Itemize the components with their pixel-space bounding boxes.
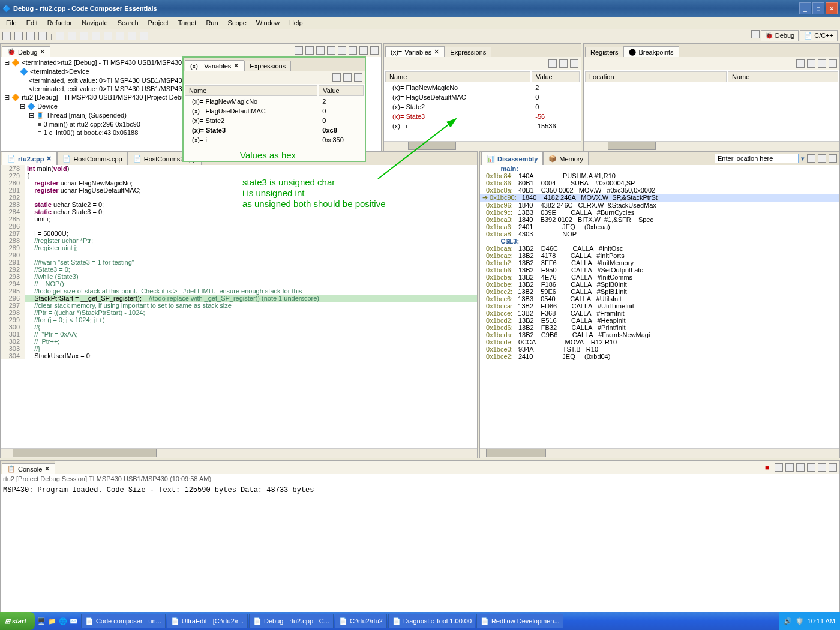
var-row[interactable]: (x)= FlagNewMagicNo2	[185, 97, 364, 106]
taskbar-item[interactable]: 📄Diagnostic Tool 1.00.00	[388, 614, 475, 628]
home-icon[interactable]	[818, 154, 826, 163]
var-row[interactable]: (x)= FlagNewMagicNo2	[385, 83, 580, 92]
stepreturn-icon[interactable]	[359, 46, 368, 55]
suspend-icon[interactable]	[305, 46, 314, 55]
maximize-button[interactable]: □	[812, 2, 824, 14]
bp-goto-icon[interactable]	[829, 59, 837, 68]
tab-breakpoints[interactable]: ⬤ Breakpoints	[623, 46, 679, 57]
start-button[interactable]: ⊞ start	[0, 612, 35, 630]
restart-icon[interactable]	[128, 32, 136, 40]
stepout-icon[interactable]	[104, 32, 112, 40]
col-name[interactable]: Name	[385, 71, 530, 82]
tray-clock[interactable]: 10:11 AM	[808, 617, 835, 625]
open-perspective-icon[interactable]	[751, 30, 760, 38]
systray[interactable]: 🔊 🛡️ 10:11 AM	[779, 612, 840, 630]
popup-tab-expressions[interactable]: Expressions	[244, 61, 291, 71]
quicklaunch-icon[interactable]: 🌐	[59, 617, 67, 625]
step-icon[interactable]	[80, 32, 88, 40]
show-type-icon[interactable]	[548, 59, 557, 68]
new-icon[interactable]	[2, 32, 11, 40]
pin-console-icon[interactable]	[818, 463, 826, 472]
terminate-console-icon[interactable]: ■	[765, 464, 772, 471]
var-row[interactable]: (x)= State20	[185, 116, 364, 125]
var-row[interactable]: (x)= State30xc8	[185, 126, 364, 134]
col-value[interactable]: Value	[532, 71, 580, 82]
minimize-button[interactable]: _	[799, 2, 811, 14]
menu-run[interactable]: Run	[202, 18, 221, 28]
menu-file[interactable]: File	[2, 18, 20, 28]
tab-debug[interactable]: 🐞 Debug ✕	[2, 46, 50, 57]
tab-memory[interactable]: 📦 Memory	[543, 152, 589, 165]
taskbar-item[interactable]: 📄C:\rtu2\rtu2	[335, 614, 387, 628]
halt-icon[interactable]	[116, 32, 124, 40]
bp-group-icon[interactable]	[796, 59, 805, 68]
menu-help[interactable]: Help	[286, 18, 307, 28]
save-icon[interactable]	[14, 32, 23, 40]
disconnect-icon[interactable]	[327, 46, 335, 55]
perspective-debug[interactable]: 🐞 Debug	[761, 30, 799, 41]
scrollbar[interactable]	[584, 141, 839, 151]
terminate-icon[interactable]	[316, 46, 325, 55]
clear-console-icon[interactable]	[796, 463, 805, 472]
bp-remove-icon[interactable]	[807, 59, 815, 68]
print-icon[interactable]	[26, 32, 35, 40]
display-console-icon[interactable]	[829, 463, 837, 472]
remove-all-icon[interactable]	[785, 463, 794, 472]
scroll-lock-icon[interactable]	[807, 463, 815, 472]
col-value[interactable]: Value	[319, 85, 364, 96]
taskbar-item[interactable]: 📄Code composer - un...	[81, 614, 166, 628]
menu-search[interactable]: Search	[114, 18, 142, 28]
tab-variables[interactable]: (x)= Variables ✕	[385, 46, 445, 57]
tray-icon[interactable]: 🛡️	[796, 617, 804, 625]
popup-collapse-icon[interactable]	[343, 73, 352, 82]
disassembly-listing[interactable]: main: 0x1bc84: 140A PUSHM.A #1,R10 0x1bc…	[480, 165, 839, 448]
menu-navigate[interactable]: Navigate	[78, 18, 111, 28]
bp-removeall-icon[interactable]	[818, 59, 826, 68]
tray-icon[interactable]: 🔊	[784, 617, 792, 625]
var-row[interactable]: (x)= FlagUseDefaultMAC0	[185, 107, 364, 115]
refresh-icon[interactable]	[807, 154, 815, 163]
collapse-icon[interactable]	[559, 59, 568, 68]
editor-tab-rtu2[interactable]: 📄 rtu2.cpp ✕	[2, 152, 57, 165]
menu-refactor[interactable]: Refactor	[44, 18, 76, 28]
terminate-icon[interactable]	[140, 32, 148, 40]
code-editor[interactable]: 278int main(void)279{280 register uchar …	[1, 165, 477, 448]
tab-registers[interactable]: Registers	[585, 47, 623, 57]
scrollbar[interactable]	[384, 141, 581, 151]
close-button[interactable]: ✕	[826, 2, 838, 14]
menu-scope[interactable]: Scope	[224, 18, 250, 28]
menu-project[interactable]: Project	[145, 18, 172, 28]
quicklaunch-icon[interactable]: 📁	[48, 617, 56, 625]
var-row[interactable]: (x)= i-15536	[385, 122, 580, 130]
perspective-cpp[interactable]: 📄 C/C++	[800, 30, 838, 41]
stepover-icon[interactable]	[349, 46, 357, 55]
var-row[interactable]: (x)= State20	[385, 103, 580, 111]
run-icon[interactable]	[68, 32, 76, 40]
dasm-scrollbar[interactable]	[480, 448, 839, 458]
popup-menu-icon[interactable]	[354, 73, 362, 82]
view-menu-icon[interactable]	[370, 46, 379, 55]
tab-console[interactable]: 📋 Console ✕	[2, 463, 55, 474]
var-row[interactable]: (x)= FlagUseDefaultMAC0	[385, 93, 580, 101]
quicklaunch-icon[interactable]: 🖥️	[37, 617, 46, 625]
dropdown-icon[interactable]: ▾	[801, 155, 805, 163]
remove-launch-icon[interactable]	[775, 463, 783, 472]
col-bpname[interactable]: Name	[728, 71, 838, 82]
config-icon[interactable]	[829, 154, 837, 163]
build-icon[interactable]	[38, 32, 47, 40]
taskbar-item[interactable]: 📄Debug - rtu2.cpp - C...	[249, 614, 334, 628]
var-row[interactable]: (x)= State3-56	[385, 112, 580, 121]
taskbar-item[interactable]: 📄UltraEdit - [C:\rtu2\r...	[167, 614, 248, 628]
quicklaunch-icon[interactable]: ✉️	[70, 617, 78, 625]
stepinto-icon[interactable]	[338, 46, 346, 55]
location-input[interactable]	[715, 154, 799, 163]
popup-type-icon[interactable]	[332, 73, 341, 82]
col-location[interactable]: Location	[585, 71, 727, 82]
editor-scrollbar[interactable]	[1, 448, 477, 458]
menu-window[interactable]: Window	[253, 18, 283, 28]
stepover-icon[interactable]	[92, 32, 100, 40]
popup-tab-variables[interactable]: (x)= Variables ✕	[185, 60, 244, 71]
resume-icon[interactable]	[295, 46, 303, 55]
col-name[interactable]: Name	[185, 85, 317, 96]
menu-icon[interactable]	[570, 59, 578, 68]
